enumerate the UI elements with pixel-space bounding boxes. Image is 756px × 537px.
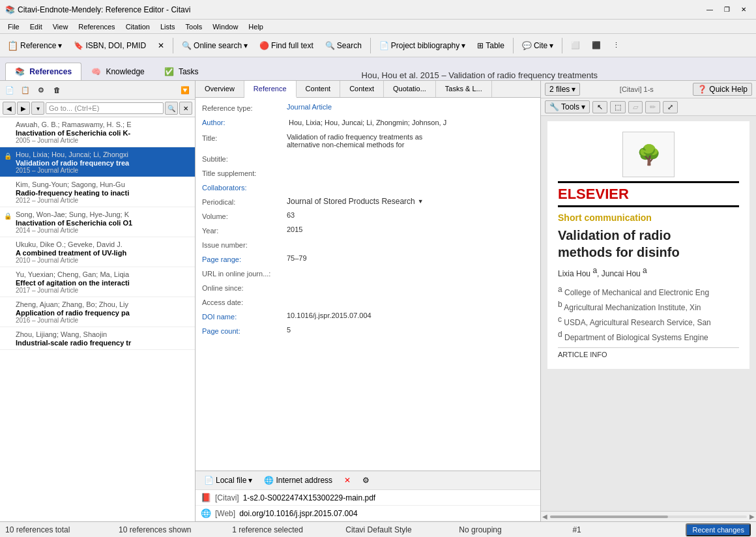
annotate-tool-button[interactable]: ✏ [645, 101, 660, 113]
menu-edit[interactable]: Edit [25, 22, 48, 32]
periodical-value[interactable]: Journal of Stored Products Research ▼ [287, 197, 534, 206]
find-full-text-button[interactable]: 🔴 Find full text [255, 38, 318, 53]
more-button[interactable]: ⋮ [608, 38, 624, 52]
table-button[interactable]: ⊞ Table [472, 38, 509, 53]
left-toolbar: 📄 📋 ⚙ 🗑 🔽 [0, 81, 195, 100]
search-label: Search [337, 41, 362, 50]
field-title: Title: Validation of radio frequency tre… [202, 133, 534, 149]
clear-search-button[interactable]: ✕ [179, 102, 192, 115]
tab-tasks[interactable]: ✅ Tasks [154, 63, 209, 80]
ref-title: A combined treatment of UV-ligh [16, 249, 190, 257]
menu-tools[interactable]: Tools [181, 22, 208, 32]
remove-attachment-button[interactable]: ✕ [340, 474, 355, 487]
menu-help[interactable]: Help [243, 22, 269, 32]
list-item[interactable]: 📕 [Citavi] 1-s2.0-S0022474X15300229-main… [196, 490, 540, 506]
cite-dropdown-icon: ▾ [549, 41, 553, 50]
tools-icon: 🔧 [549, 102, 559, 111]
scroll-left-icon[interactable]: ◀ [542, 513, 547, 520]
ref-year: 2015 – Journal Article [16, 167, 190, 174]
new-from-button[interactable]: ⚙ [34, 83, 48, 97]
list-item[interactable]: Ukuku, Dike O.; Geveke, David J. A combi… [0, 237, 195, 267]
cursor-tool-button[interactable]: ↖ [592, 101, 607, 113]
tab-quotations[interactable]: Quotatio... [384, 81, 436, 97]
menu-file[interactable]: File [3, 22, 25, 32]
tab-overview[interactable]: Overview [196, 81, 244, 97]
minimize-button[interactable]: — [703, 3, 717, 17]
zoom-fit-button[interactable]: ⤢ [663, 101, 678, 113]
online-search-button[interactable]: 🔍 Online search ▾ [177, 38, 252, 53]
ref-year: 2014 – Journal Article [16, 227, 190, 234]
right-pdf-toolbar: 🔧 Tools ▾ ↖ ⬚ ▱ ✏ ⤢ [541, 98, 756, 116]
pdf-page: 🌳 ELSEVIER Short communication Validatio… [547, 121, 749, 369]
menu-lists[interactable]: Lists [155, 22, 181, 32]
doi-value[interactable]: 10.1016/j.jspr.2015.07.004 [287, 312, 534, 319]
ref-author: Zheng, Ajuan; Zhang, Bo; Zhou, Liy [16, 300, 128, 308]
menu-view[interactable]: View [48, 22, 74, 32]
back-button[interactable]: ◀ [3, 102, 16, 115]
reference-button[interactable]: 📋 Reference ▾ [3, 38, 66, 53]
internet-icon: 🌐 [264, 476, 274, 485]
page-status: #1 [572, 525, 675, 534]
tools-button[interactable]: 🔧 Tools ▾ [545, 100, 590, 113]
remove-button[interactable]: ✕ [153, 38, 169, 53]
year-value[interactable]: 2015 [287, 225, 534, 233]
author-value[interactable]: Hou, Lixia; Hou, Juncai; Li, Zhongmin; J… [287, 117, 534, 128]
scroll-right-icon[interactable]: ▶ [749, 513, 755, 520]
title-value[interactable]: Validation of radio frequency treatments… [287, 133, 534, 149]
list-item[interactable]: Zheng, Ajuan; Zhang, Bo; Zhou, Liy Appli… [0, 297, 195, 327]
att-settings-button[interactable]: ⚙ [358, 474, 374, 487]
list-item[interactable]: 🔒 Song, Won-Jae; Sung, Hye-Jung; K Inact… [0, 207, 195, 237]
select-tool-button[interactable]: ⬚ [610, 101, 626, 113]
tab-reference[interactable]: Reference [244, 81, 297, 98]
delete-ref-button[interactable]: 🗑 [50, 83, 64, 97]
quick-help-button[interactable]: ❓ Quick Help [693, 83, 752, 96]
list-item[interactable]: Kim, Sung-Youn; Sagong, Hun-Gu Radio-fre… [0, 177, 195, 207]
search-button[interactable]: 🔍 Search [321, 38, 366, 53]
dropdown-nav-button[interactable]: ▾ [31, 102, 44, 115]
layout-btn-1[interactable]: ⬜ [566, 38, 585, 52]
filter-button[interactable]: 🔽 [178, 83, 192, 97]
title-label: Title: [202, 133, 287, 142]
shown-refs-status: 10 references shown [119, 525, 222, 534]
isbn-button[interactable]: 🔖 ISBN, DOI, PMID [69, 38, 151, 53]
menu-citation[interactable]: Citation [121, 22, 155, 32]
internet-address-button[interactable]: 🌐 Internet address [259, 474, 337, 487]
tab-references[interactable]: 📚 References [5, 63, 81, 80]
search-go-button[interactable]: 🔍 [165, 102, 178, 115]
search-bar: ◀ ▶ ▾ 🔍 ✕ [0, 100, 195, 117]
page-count-value[interactable]: 5 [287, 326, 534, 334]
tab-content[interactable]: Content [297, 81, 341, 97]
menu-window[interactable]: Window [207, 22, 243, 32]
close-button[interactable]: ✕ [736, 3, 751, 17]
list-item[interactable]: 🌐 [Web] doi.org/10.1016/j.jspr.2015.07.0… [196, 506, 540, 521]
list-item[interactable]: Yu, Yuexian; Cheng, Gan; Ma, Liqia Effec… [0, 267, 195, 297]
page-range-value[interactable]: 75–79 [287, 254, 534, 262]
recent-changes-button[interactable]: Recent changes [686, 523, 751, 536]
pdf-scroll-bar[interactable]: ◀ ▶ [541, 511, 756, 521]
cite-button[interactable]: 💬 Cite ▾ [517, 38, 558, 53]
periodical-dropdown-icon[interactable]: ▼ [418, 198, 424, 205]
project-bib-button[interactable]: 📄 Project bibliography ▾ [375, 38, 470, 53]
list-item[interactable]: Zhou, Lijiang; Wang, Shaojin Industrial-… [0, 327, 195, 350]
field-doi: DOI name: 10.1016/j.jspr.2015.07.004 [202, 312, 534, 321]
tab-knowledge[interactable]: 🧠 Knowledge [81, 63, 154, 80]
list-item[interactable]: 🔒 Hou, Lixia; Hou, Juncai; Li, Zhongxi V… [0, 147, 195, 177]
pdf-article-title: Validation of radiomethods for disinfo [558, 227, 739, 261]
list-item[interactable]: Awuah, G. B.; Ramaswamy, H. S.; E Inacti… [0, 117, 195, 147]
layout-btn-2[interactable]: ⬛ [587, 38, 605, 52]
forward-button[interactable]: ▶ [17, 102, 30, 115]
tab-context[interactable]: Context [340, 81, 384, 97]
local-file-button[interactable]: 📄 Local file ▾ [199, 474, 257, 487]
page-count-label: Page count: [202, 326, 287, 335]
new-ref-button[interactable]: 📄 [3, 83, 17, 97]
menu-references[interactable]: References [73, 22, 120, 32]
field-collaborators: Collaborators: [202, 182, 534, 192]
field-access-date: Access date: [202, 297, 534, 306]
files-button[interactable]: 2 files ▾ [545, 83, 580, 96]
copy-ref-button[interactable]: 📋 [18, 83, 33, 97]
volume-value[interactable]: 63 [287, 211, 534, 219]
maximize-button[interactable]: ❐ [720, 3, 734, 17]
go-to-input[interactable] [46, 102, 164, 114]
tab-tasks[interactable]: Tasks & L... [436, 81, 492, 97]
highlight-tool-button[interactable]: ▱ [628, 101, 643, 113]
